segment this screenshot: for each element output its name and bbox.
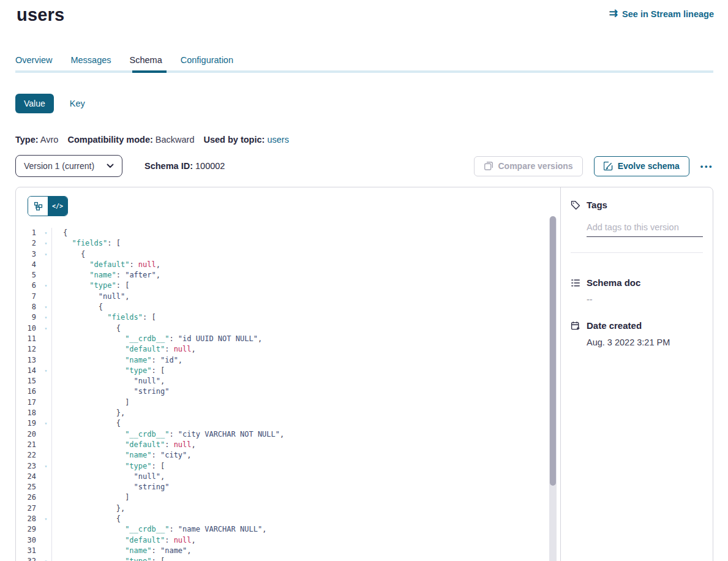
collapse-arrow-icon[interactable]: ▾ [40, 238, 51, 249]
version-select[interactable]: Version 1 (current) [15, 155, 122, 177]
schema-id-value: 100002 [195, 161, 225, 171]
code-line: 10▾{ [16, 323, 544, 334]
collapse-arrow-icon[interactable]: ▾ [40, 280, 51, 291]
code-text: { [51, 323, 544, 334]
line-number: 12 [16, 344, 40, 355]
code-line: 26] [16, 492, 544, 503]
arrow-spacer [40, 334, 51, 344]
collapse-arrow-icon[interactable]: ▾ [40, 249, 51, 260]
collapse-arrow-icon[interactable]: ▾ [40, 461, 51, 472]
line-number: 27 [16, 503, 40, 514]
meta-topic-link[interactable]: users [267, 135, 288, 145]
tree-view-button[interactable] [28, 197, 48, 216]
meta-topic: Used by topic: users [203, 135, 288, 145]
tab-messages[interactable]: Messages [70, 55, 111, 65]
versions-icon [484, 161, 493, 171]
line-number: 10 [16, 323, 40, 334]
line-number: 26 [16, 492, 40, 503]
tab-configuration[interactable]: Configuration [181, 55, 233, 65]
edit-icon [604, 162, 613, 171]
schema-code-panel: </> 1▾{2▾"fields": [3▾{4"default": null,… [16, 187, 560, 561]
code-text: "name": "name", [51, 546, 544, 556]
code-view-button[interactable]: </> [48, 197, 67, 216]
arrow-spacer [40, 386, 51, 397]
code-text: "fields": [ [51, 238, 544, 249]
line-number: 19 [16, 418, 40, 429]
code-text: "__crdb__": "name VARCHAR NULL", [51, 524, 544, 535]
code-line: 15"null", [16, 376, 544, 386]
collapse-arrow-icon[interactable]: ▾ [40, 556, 51, 561]
code-text: "name": "id", [51, 355, 544, 366]
code-view-icon: </> [52, 203, 63, 209]
value-toggle-button[interactable]: Value [15, 94, 54, 113]
tab-bar: Overview Messages Schema Configuration [15, 55, 233, 65]
date-created-value: Aug. 3 2022 3:21 PM [587, 337, 703, 347]
line-number: 30 [16, 535, 40, 546]
code-text: "string" [51, 482, 544, 492]
line-number: 9 [16, 312, 40, 323]
line-number: 5 [16, 270, 40, 280]
line-number: 7 [16, 292, 40, 302]
schema-doc-section: Schema doc -- [571, 277, 703, 304]
more-options-button[interactable]: ••• [700, 162, 713, 170]
line-number: 18 [16, 408, 40, 418]
code-scrollbar[interactable] [549, 216, 557, 561]
code-text: "string" [51, 386, 544, 397]
code-text: "default": null, [51, 344, 544, 355]
code-text: { [51, 514, 544, 524]
collapse-arrow-icon[interactable]: ▾ [40, 323, 51, 334]
code-line: 22"name": "city", [16, 450, 544, 461]
code-line: 13"name": "id", [16, 355, 544, 366]
line-number: 14 [16, 366, 40, 376]
code-line: 6▾"type": [ [16, 280, 544, 291]
code-line: 7"null", [16, 292, 544, 302]
line-number: 24 [16, 472, 40, 482]
tab-overview[interactable]: Overview [15, 55, 52, 65]
code-line: 11"__crdb__": "id UUID NOT NULL", [16, 334, 544, 344]
code-line: 9▾"fields": [ [16, 312, 544, 323]
arrow-spacer [40, 440, 51, 450]
code-scrollbar-thumb[interactable] [550, 216, 556, 486]
tags-input[interactable] [587, 222, 703, 237]
schema-controls: Version 1 (current) Schema ID: 100002 Co… [15, 155, 713, 177]
collapse-arrow-icon[interactable]: ▾ [40, 514, 51, 524]
code-text: "type": [ [51, 366, 544, 376]
code-text: { [51, 418, 544, 429]
line-number: 11 [16, 334, 40, 344]
schema-doc-header: Schema doc [571, 277, 703, 288]
code-line: 23▾"type": [ [16, 461, 544, 472]
arrow-spacer [40, 503, 51, 514]
stream-lineage-icon: ⇉ [609, 8, 618, 18]
controls-right: Compare versions Evolve schema ••• [474, 156, 714, 176]
compare-versions-button[interactable]: Compare versions [474, 156, 583, 176]
evolve-schema-button[interactable]: Evolve schema [594, 156, 689, 176]
code-line: 17] [16, 397, 544, 408]
tab-underline-track [15, 70, 713, 73]
line-number: 20 [16, 429, 40, 440]
tags-title: Tags [587, 200, 607, 210]
collapse-arrow-icon[interactable]: ▾ [40, 418, 51, 429]
code-line: 16"string" [16, 386, 544, 397]
code-line: 20"__crdb__": "city VARCHAR NOT NULL", [16, 429, 544, 440]
schema-page: users ⇉ See in Stream lineage Overview M… [0, 0, 728, 561]
code-text: "type": [ [51, 280, 544, 291]
collapse-arrow-icon[interactable]: ▾ [40, 312, 51, 323]
code-line: 24"null", [16, 472, 544, 482]
code-line: 27}, [16, 503, 544, 514]
arrow-spacer [40, 535, 51, 546]
schema-doc-title: Schema doc [587, 277, 640, 288]
tab-schema[interactable]: Schema [130, 55, 162, 65]
collapse-arrow-icon[interactable]: ▾ [40, 366, 51, 376]
line-number: 23 [16, 461, 40, 472]
stream-lineage-link[interactable]: ⇉ See in Stream lineage [609, 9, 714, 19]
line-number: 8 [16, 302, 40, 312]
line-number: 28 [16, 514, 40, 524]
code-text: "default": null, [51, 440, 544, 450]
code-text: "null", [51, 292, 544, 302]
key-toggle-button[interactable]: Key [70, 99, 85, 108]
arrow-spacer [40, 429, 51, 440]
collapse-arrow-icon[interactable]: ▾ [40, 302, 51, 312]
collapse-arrow-icon[interactable]: ▾ [40, 228, 51, 238]
code-text: }, [51, 408, 544, 418]
code-lines: 1▾{2▾"fields": [3▾{4"default": null,5"na… [16, 228, 544, 561]
